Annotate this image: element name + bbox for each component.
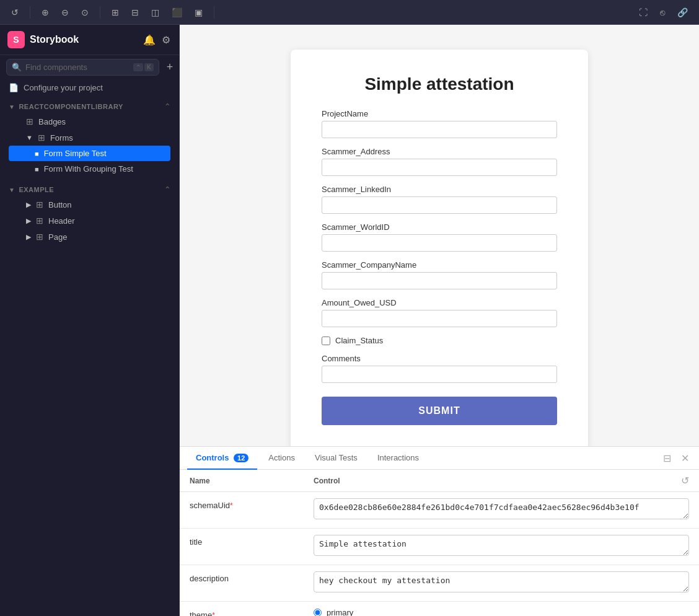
story-icon: ■ (35, 150, 39, 157)
configure-link[interactable]: 📄 Configure your project (0, 79, 179, 96)
notification-button[interactable]: 🔔 (142, 33, 157, 47)
theme-radio-label-primary: primary (327, 608, 353, 616)
tab-badge: 12 (234, 454, 248, 462)
form-checkbox-claim-status[interactable] (322, 337, 330, 345)
section-label: REACTCOMPONENTLIBRARY (19, 103, 123, 110)
grid-button[interactable]: ⊞ (108, 5, 123, 20)
theme-radio-input-primary[interactable] (314, 609, 322, 616)
form-title: Simple attestation (322, 74, 557, 94)
zoom-out-button[interactable]: ⊖ (58, 5, 73, 20)
form-label-projectname: ProjectName (322, 109, 557, 118)
panel-close-button[interactable]: ✕ (679, 451, 692, 465)
configure-icon: 📄 (9, 83, 19, 92)
chevron-icon: ▼ (9, 103, 15, 110)
panel-layout-button[interactable]: ⊟ (661, 451, 674, 465)
divider (214, 6, 214, 19)
expand-icon: ▶ (26, 201, 31, 209)
control-value-title: Simple attestation (314, 535, 689, 558)
main-layout: S Storybook 🔔 ⚙ 🔍 ⌃ K + 📄 (0, 25, 699, 616)
form-input-scammer-companyname[interactable] (322, 272, 557, 289)
sidebar-item-form-with-grouping-test[interactable]: ■ Form With Grouping Test (9, 161, 170, 177)
tab-controls[interactable]: Controls 12 (187, 447, 257, 470)
control-textarea-description[interactable]: hey checkout my attestation (314, 571, 689, 592)
settings-button[interactable]: ⚙ (160, 33, 172, 47)
columns-button[interactable]: ⊟ (128, 5, 143, 20)
form-field-amount-owed-usd: Amount_Owed_USD (322, 298, 557, 327)
form-input-scammer-worldid[interactable] (322, 234, 557, 252)
control-textarea-title[interactable]: Simple attestation (314, 535, 689, 556)
expand-icon: ▼ (26, 134, 33, 141)
sidebar-item-form-simple-test[interactable]: ■ Form Simple Test (9, 146, 170, 161)
form-label-scammer-worldid: Scammer_WorldID (322, 222, 557, 232)
sidebar-item-label: Form With Grouping Test (44, 164, 133, 174)
share-button[interactable]: ⎋ (656, 5, 669, 20)
form-input-projectname[interactable] (322, 121, 557, 138)
tabs-bar: Controls 12 Actions Visual Tests Interac… (180, 447, 699, 470)
form-input-amount-owed-usd[interactable] (322, 310, 557, 327)
control-value-schemauid: 0x6dee028cb86e60e2884fe261bd0c4e701f7cdf… (314, 498, 689, 522)
required-star: * (212, 611, 215, 616)
submit-button[interactable]: SUBMIT (322, 397, 557, 425)
zoom-reset-button[interactable]: ⊙ (77, 5, 92, 20)
storybook-logo-icon: S (7, 31, 25, 48)
controls-table: Name Control ↺ schemaUid* 0x6dee028cb86e… (180, 470, 699, 616)
form-field-scammer-worldid: Scammer_WorldID (322, 222, 557, 252)
refresh-button[interactable]: ↺ (7, 5, 22, 20)
form-label-amount-owed-usd: Amount_Owed_USD (322, 298, 557, 307)
section-header-reactcomponentlibrary[interactable]: ▼ REACTCOMPONENTLIBRARY ⌃ (9, 102, 170, 111)
theme-radio-primary[interactable]: primary (314, 608, 689, 616)
form-label-claim-status: Claim_Status (335, 336, 383, 345)
panel-right-button[interactable]: ▣ (191, 5, 206, 20)
search-shortcut: ⌃ K (133, 63, 154, 71)
add-button[interactable]: + (163, 59, 177, 75)
form-field-projectname: ProjectName (322, 109, 557, 138)
form-field-claim-status: Claim_Status (322, 336, 557, 345)
control-value-theme: primary secondary (314, 608, 689, 616)
tab-actions[interactable]: Actions (260, 447, 304, 470)
form-input-scammer-linkedin[interactable] (322, 196, 557, 214)
control-row-description: description hey checkout my attestation (180, 565, 699, 602)
reset-controls-button[interactable]: ↺ (681, 475, 689, 486)
storybook-logo: S Storybook (7, 31, 79, 48)
form-input-comments[interactable] (322, 366, 557, 383)
control-row-theme: theme* primary secondary (180, 602, 699, 616)
link-button[interactable]: 🔗 (674, 5, 692, 20)
divider (100, 6, 100, 19)
control-textarea-schemauid[interactable]: 0x6dee028cb86e60e2884fe261bd0c4e701f7cdf… (314, 498, 689, 519)
zoom-in-button[interactable]: ⊕ (38, 5, 53, 20)
control-row-title: title Simple attestation (180, 529, 699, 565)
form-label-scammer-linkedin: Scammer_LinkedIn (322, 185, 557, 194)
story-icon: ■ (35, 165, 39, 173)
control-row-schemauid: schemaUid* 0x6dee028cb86e60e2884fe261bd0… (180, 492, 699, 529)
form-label-comments: Comments (322, 354, 557, 363)
form-label-scammer-address: Scammer_Address (322, 147, 557, 156)
section-reactcomponentlibrary: ▼ REACTCOMPONENTLIBRARY ⌃ ⊞ Badges ▼ ⊞ F… (0, 96, 179, 179)
controls-header-row: Name Control ↺ (180, 470, 699, 492)
collapse-icon: ⌃ (164, 102, 171, 111)
divider (30, 6, 30, 19)
sidebar-item-label: Badges (38, 117, 66, 126)
panel-left-button[interactable]: ◫ (147, 5, 163, 20)
form-input-scammer-address[interactable] (322, 159, 557, 176)
control-name-theme: theme* (190, 608, 314, 616)
grid-icon: ⊞ (36, 200, 43, 209)
form-label-scammer-companyname: Scammer_CompanyName (322, 260, 557, 270)
sidebar-item-forms[interactable]: ▼ ⊞ Forms (9, 130, 170, 146)
sidebar-item-page[interactable]: ▶ ⊞ Page (9, 229, 170, 245)
sidebar-item-button[interactable]: ▶ ⊞ Button (9, 196, 170, 213)
tab-interactions[interactable]: Interactions (369, 447, 428, 470)
theme-radio-group: primary secondary (314, 608, 689, 616)
panel-bottom-button[interactable]: ⬛ (168, 5, 186, 20)
search-input[interactable] (25, 63, 130, 72)
grid-icon: ⊞ (36, 216, 43, 226)
expand-icon: ▶ (26, 233, 31, 241)
sidebar-item-label: Page (48, 232, 67, 242)
sidebar: S Storybook 🔔 ⚙ 🔍 ⌃ K + 📄 (0, 25, 180, 616)
shortcut-key: K (144, 63, 154, 71)
fullscreen-button[interactable]: ⛶ (635, 5, 651, 20)
section-header-example[interactable]: ▼ EXAMPLE ⌃ (9, 185, 170, 194)
sidebar-item-badges[interactable]: ⊞ Badges (9, 113, 170, 130)
tab-visual-tests[interactable]: Visual Tests (306, 447, 366, 470)
configure-label: Configure your project (24, 83, 103, 92)
sidebar-item-header[interactable]: ▶ ⊞ Header (9, 213, 170, 229)
